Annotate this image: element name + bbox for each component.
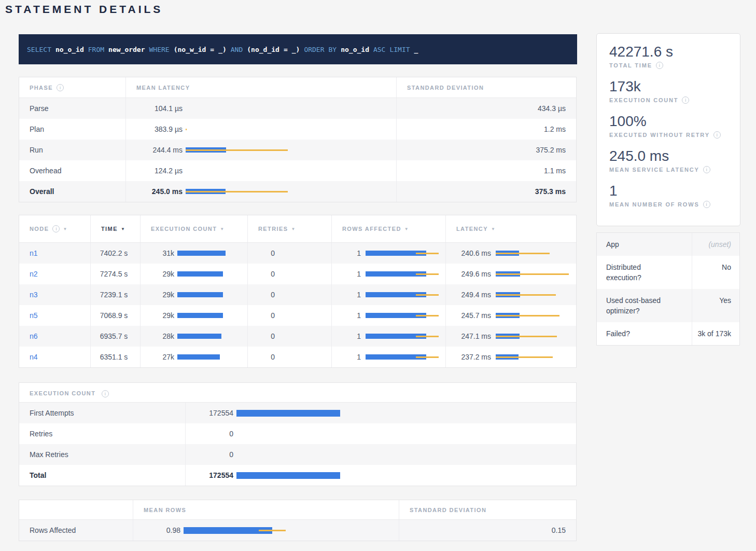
sort-arrow-icon[interactable]: ▼ bbox=[291, 227, 295, 231]
execution-count-value: 0 bbox=[188, 450, 233, 459]
sort-arrow-icon[interactable]: ▼ bbox=[404, 227, 409, 231]
sort-arrow-icon[interactable]: ▼ bbox=[63, 227, 67, 231]
node-exec-count-cell: 27k bbox=[140, 347, 247, 367]
node-link[interactable]: n1 bbox=[30, 249, 38, 257]
retries-column-header[interactable]: RETRIES ▼ bbox=[247, 215, 331, 242]
node-column-header[interactable]: NODE i ▼ bbox=[19, 215, 90, 242]
bar-chart bbox=[186, 168, 389, 173]
info-icon[interactable]: i bbox=[656, 62, 663, 69]
exec-count-value: 31k bbox=[143, 249, 174, 257]
phase-row: Run244.4 ms375.2 ms bbox=[19, 140, 576, 160]
bar-chart bbox=[236, 431, 569, 437]
mean-latency-value: 245.0 ms bbox=[136, 187, 183, 196]
bar-chart bbox=[496, 292, 569, 297]
rows-affected-value: 1 bbox=[332, 332, 361, 340]
mean-rows-cell: 0.98 bbox=[133, 520, 399, 541]
stddev-bar bbox=[186, 191, 288, 192]
stddev-bar bbox=[416, 356, 439, 358]
phase-stddev-value: 1.2 ms bbox=[396, 119, 576, 140]
execution-count-row: First Attempts172554 bbox=[19, 403, 576, 423]
bar-chart bbox=[236, 451, 569, 458]
summary-card: 42271.6 sTOTAL TIMEi173kEXECUTION COUNTi… bbox=[596, 33, 740, 226]
phase-row: Parse104.1 µs434.3 µs bbox=[19, 98, 576, 119]
sort-arrow-icon[interactable]: ▼ bbox=[491, 227, 495, 231]
phase-stddev-value: 1.1 ms bbox=[396, 160, 576, 181]
rows-affected-column-header[interactable]: ROWS AFFECTED ▼ bbox=[331, 215, 445, 242]
statement-details-page: STATEMENT DETAILS SELECTno_o_idFROMnew_o… bbox=[0, 0, 756, 551]
node-rows-affected-cell: 1 bbox=[331, 243, 445, 264]
execution-count-value: 172554 bbox=[188, 409, 233, 417]
node-rows-affected-cell: 1 bbox=[331, 284, 445, 305]
summary-label: MEAN NUMBER OF ROWSi bbox=[609, 201, 740, 208]
attribute-value: 3k of 173k bbox=[692, 322, 739, 345]
stddev-bar bbox=[496, 336, 557, 337]
rows-affected-value: 1 bbox=[332, 249, 361, 257]
retries-value: 0 bbox=[248, 249, 275, 257]
execution-count-row: Retries0 bbox=[19, 423, 576, 444]
info-icon[interactable]: i bbox=[682, 97, 689, 104]
node-row: n57068.9 s29k01245.7 ms bbox=[19, 305, 576, 326]
execution-count-column-header[interactable]: EXECUTION COUNT ▼ bbox=[140, 215, 247, 242]
node-exec-count-cell: 29k bbox=[140, 284, 247, 305]
node-link[interactable]: n2 bbox=[30, 270, 38, 278]
node-time-value: 7274.5 s bbox=[90, 264, 140, 284]
statement-attributes-table: App(unset)Distributed execution?NoUsed c… bbox=[596, 232, 740, 346]
node-retries-value: 0 bbox=[247, 347, 331, 367]
execution-count-value: 0 bbox=[188, 430, 233, 438]
node-time-value: 7068.9 s bbox=[90, 305, 140, 326]
stddev-bar bbox=[186, 129, 187, 130]
phase-row: Overall245.0 ms375.3 ms bbox=[19, 181, 576, 202]
info-icon[interactable]: i bbox=[52, 225, 60, 232]
node-retries-value: 0 bbox=[247, 284, 331, 305]
bar-chart bbox=[186, 106, 389, 111]
attribute-label: Distributed execution? bbox=[597, 256, 669, 289]
time-column-header[interactable]: TIME ▼ bbox=[90, 215, 140, 242]
attribute-label: App bbox=[597, 233, 669, 256]
phase-mean-latency-cell: 124.2 µs bbox=[125, 160, 396, 181]
bar-chart bbox=[186, 189, 389, 194]
node-rows-affected-cell: 1 bbox=[331, 326, 445, 347]
node-link[interactable]: n3 bbox=[30, 291, 38, 299]
node-latency-cell: 247.1 ms bbox=[445, 326, 576, 347]
bar-chart bbox=[236, 410, 569, 417]
bar-chart bbox=[496, 334, 569, 339]
node-link[interactable]: n4 bbox=[30, 353, 38, 361]
sql-token: FROM bbox=[88, 46, 104, 53]
stddev-bar bbox=[259, 530, 286, 531]
node-latency-cell: 245.7 ms bbox=[445, 305, 576, 326]
info-icon[interactable]: i bbox=[102, 390, 109, 397]
rows-affected-value: 1 bbox=[332, 270, 361, 278]
summary-label: MEAN SERVICE LATENCYi bbox=[609, 166, 740, 173]
execution-count-value-cell: 172554 bbox=[185, 403, 576, 423]
info-icon[interactable]: i bbox=[703, 201, 710, 208]
phase-mean-latency-cell: 244.4 ms bbox=[125, 140, 396, 160]
node-time-value: 6351.1 s bbox=[90, 347, 140, 367]
sort-arrow-icon[interactable]: ▼ bbox=[121, 227, 125, 231]
latency-column-header[interactable]: LATENCY ▼ bbox=[445, 215, 576, 242]
mean-latency-value: 104.1 µs bbox=[136, 104, 183, 113]
node-latency-cell: 237.2 ms bbox=[445, 347, 576, 367]
sql-token: (no_d_id bbox=[247, 46, 279, 53]
info-icon[interactable]: i bbox=[713, 131, 721, 139]
execution-count-label: First Attempts bbox=[19, 403, 185, 423]
execution-count-row: Max Retries0 bbox=[19, 444, 576, 465]
mean-bar bbox=[236, 410, 340, 417]
retries-value: 0 bbox=[248, 270, 275, 278]
bar-chart bbox=[496, 271, 569, 277]
node-link[interactable]: n5 bbox=[30, 311, 38, 320]
sort-arrow-icon[interactable]: ▼ bbox=[220, 227, 224, 231]
stddev-bar bbox=[416, 294, 439, 296]
node-retries-value: 0 bbox=[247, 305, 331, 326]
bar-chart bbox=[496, 251, 569, 256]
rows-affected-table-header: MEAN ROWS STANDARD DEVIATION bbox=[19, 500, 576, 520]
summary-value: 42271.6 s bbox=[609, 44, 740, 60]
node-link[interactable]: n6 bbox=[30, 332, 38, 340]
info-icon[interactable]: i bbox=[703, 166, 710, 173]
phase-label: Plan bbox=[19, 119, 125, 140]
stddev-bar bbox=[496, 356, 553, 358]
phase-label: Overhead bbox=[19, 160, 125, 181]
info-icon[interactable]: i bbox=[57, 84, 64, 91]
attribute-row: App(unset) bbox=[597, 233, 739, 256]
stddev-bar bbox=[496, 273, 569, 275]
bar-chart bbox=[177, 354, 240, 360]
